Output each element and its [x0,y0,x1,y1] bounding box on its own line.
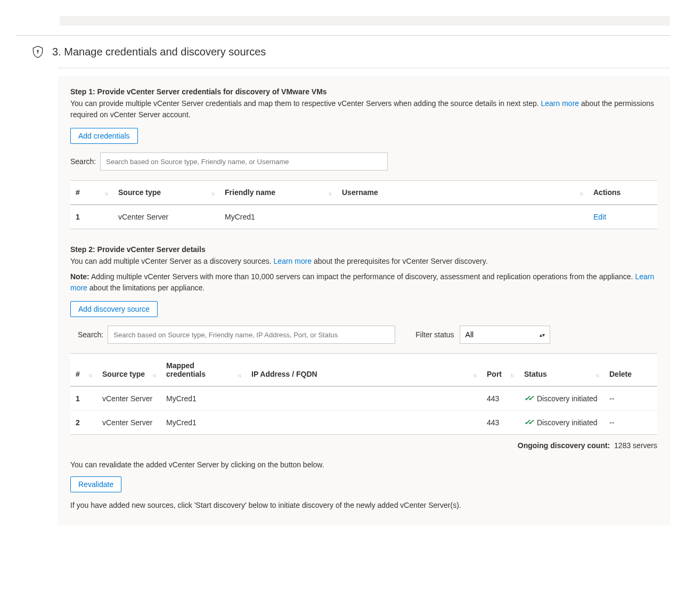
panel-wrap: Step 1: Provide vCenter Server credentia… [58,68,670,525]
cell-num: 1 [70,205,113,229]
cell-num: 1 [70,386,97,411]
ongoing-value: 1283 servers [614,441,657,450]
step2-search-row: Search: [78,326,395,344]
status-text: Discovery initiated [537,394,598,403]
th-source-type[interactable]: Source type↑↓ [113,181,219,205]
cell-source-type: vCenter Server [97,386,161,411]
sort-icon: ↑↓ [238,372,241,378]
step1-desc: You can provide multiple vCenter Server … [70,98,657,120]
filter-status-select-wrap: All ▴▾ [460,326,550,344]
double-check-icon: ✓✓ [524,418,532,426]
section-header: 3. Manage credentials and discovery sour… [32,36,670,68]
cell-action: Edit [588,205,657,229]
table-row: 1 vCenter Server MyCred1 Edit [70,205,657,229]
sort-icon: ↑↓ [510,372,513,378]
sort-icon: ↑↓ [473,372,476,378]
cell-friendly-name: MyCred1 [219,205,337,229]
step1-block: Step 1: Provide vCenter Server credentia… [70,87,657,229]
credentials-table-header-row: #↑↓ Source type↑↓ Friendly name↑↓ Userna… [70,181,657,205]
section-title: 3. Manage credentials and discovery sour… [52,46,266,58]
double-check-icon: ✓✓ [524,394,532,402]
sort-icon: ↑↓ [211,191,214,197]
step1-desc-a: You can provide multiple vCenter Server … [70,99,541,108]
th-delete: Delete [604,354,657,387]
th-source-type[interactable]: Source type↑↓ [97,354,161,387]
revalidate-text: You can revalidate the added vCenter Ser… [70,460,657,469]
note-label: Note: [70,272,89,281]
th-friendly-name[interactable]: Friendly name↑↓ [219,181,337,205]
cell-mapped: MyCred1 [161,386,246,411]
add-discovery-source-button[interactable]: Add discovery source [70,301,158,317]
step2-note: Note: Adding multiple vCenter Servers wi… [70,271,657,294]
revalidate-button[interactable]: Revalidate [70,476,121,492]
step1-learn-more-link[interactable]: Learn more [541,99,579,108]
sort-icon: ↑↓ [595,372,599,378]
filter-status-select[interactable]: All [460,326,550,344]
sources-table: #↑↓ Source type↑↓ Mapped credentials↑↓ I… [70,353,657,435]
start-discovery-text: If you have added new sources, click 'St… [70,501,657,509]
step2-note-b: about the limitations per appliance. [87,283,205,292]
step2-title: Step 2: Provide vCenter Server details [70,245,657,254]
ongoing-discovery-count: Ongoing discovery count: 1283 servers [70,441,657,450]
table-row: 2 vCenter Server MyCred1 443 ✓✓Discovery… [70,411,657,435]
th-status[interactable]: Status↑↓ [519,354,604,387]
cell-status: ✓✓Discovery initiated [519,386,604,411]
cell-mapped: MyCred1 [161,411,246,435]
sort-icon: ↑↓ [328,191,331,197]
th-num[interactable]: #↑↓ [70,181,113,205]
cell-port: 443 [481,411,519,435]
step2-desc-b: about the prerequisites for vCenter Serv… [312,257,487,265]
th-ip[interactable]: IP Address / FQDN↑↓ [246,354,481,387]
status-text: Discovery initiated [537,418,598,427]
cell-status: ✓✓Discovery initiated [519,411,604,435]
shield-icon [32,45,44,58]
edit-link[interactable]: Edit [593,213,606,221]
cell-delete: -- [604,386,657,411]
step2-note-a: Adding multiple vCenter Servers with mor… [89,272,635,281]
credentials-table: #↑↓ Source type↑↓ Friendly name↑↓ Userna… [70,180,657,229]
cell-num: 2 [70,411,97,435]
step2-desc-a: You can add multiple vCenter Server as a… [70,257,274,265]
cell-delete: -- [604,411,657,435]
step2-search-label: Search: [78,330,103,339]
step2-filter-row: Search: Filter status All ▴▾ [70,326,657,344]
sources-table-header-row: #↑↓ Source type↑↓ Mapped credentials↑↓ I… [70,354,657,387]
step1-search-label: Search: [70,157,96,166]
th-mapped-credentials[interactable]: Mapped credentials↑↓ [161,354,246,387]
table-row: 1 vCenter Server MyCred1 443 ✓✓Discovery… [70,386,657,411]
sort-icon: ↑↓ [104,191,108,197]
step2-search-input[interactable] [108,326,395,344]
sort-icon: ↑↓ [579,191,583,197]
step1-search-input[interactable] [100,152,388,171]
step1-search-row: Search: [70,152,657,171]
page-container: 3. Manage credentials and discovery sour… [16,16,670,525]
placeholder-bar [60,16,670,26]
step2-desc: You can add multiple vCenter Server as a… [70,256,657,267]
cell-port: 443 [481,386,519,411]
sort-icon: ↑↓ [152,372,156,378]
panel: Step 1: Provide vCenter Server credentia… [58,76,670,525]
cell-source-type: vCenter Server [113,205,219,229]
step2-learn-more-link[interactable]: Learn more [274,257,312,265]
step2-block: Step 2: Provide vCenter Server details Y… [70,245,657,509]
th-port[interactable]: Port↑↓ [481,354,519,387]
step1-title: Step 1: Provide vCenter Server credentia… [70,87,657,96]
th-actions: Actions [588,181,657,205]
sort-icon: ↑↓ [88,372,92,378]
th-username[interactable]: Username↑↓ [337,181,588,205]
cell-ip [246,411,481,435]
filter-status-label: Filter status [415,330,454,339]
cell-username [337,205,588,229]
cell-source-type: vCenter Server [97,411,161,435]
cell-ip [246,386,481,411]
add-credentials-button[interactable]: Add credentials [70,128,138,144]
th-num[interactable]: #↑↓ [70,354,97,387]
ongoing-label: Ongoing discovery count: [518,441,610,450]
